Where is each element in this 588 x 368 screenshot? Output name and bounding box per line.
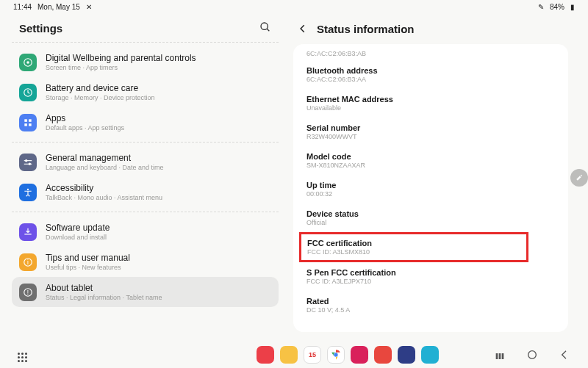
info-model-code[interactable]: Model codeSM-X810NZAAXAR (304, 146, 558, 175)
battery-icon: ▮ (570, 3, 575, 11)
svg-rect-22 (502, 353, 504, 359)
status-panel: Status information 6C:AC:C2:06:B3:AB Blu… (287, 12, 574, 336)
stylus-icon: ✎ (538, 3, 544, 11)
settings-item-title: Digital Wellbeing and parental controls (46, 53, 196, 63)
info-value: FCC ID: A3LSMX810 (307, 248, 520, 256)
info-s-pen-fcc-certification[interactable]: S Pen FCC certificationFCC ID: A3LEJPX71… (304, 262, 558, 291)
settings-item-sub: Useful tips · New features (46, 264, 130, 271)
info-value: FCC ID: A3LEJPX710 (306, 278, 555, 285)
info-key: Rated (306, 297, 555, 306)
app-chrome-icon[interactable] (327, 346, 345, 364)
info-device-status[interactable]: Device statusOfficial (304, 203, 558, 232)
info-key: Ethernet MAC address (306, 95, 555, 104)
settings-item-sub: Status · Legal information · Tablet name (46, 294, 162, 301)
app-8-icon[interactable] (421, 346, 439, 364)
settings-item-sub: Screen time · App timers (46, 64, 196, 71)
info-value: DC 10 V; 4.5 A (306, 306, 555, 314)
nav-back[interactable] (559, 349, 570, 361)
settings-item-title: Apps (46, 113, 124, 123)
svg-text:!: ! (27, 289, 29, 295)
svg-point-3 (26, 61, 29, 64)
settings-item-title: Accessibility (46, 183, 162, 193)
info-value: 6C:AC:C2:06:B3:AA (306, 76, 555, 83)
svg-rect-20 (496, 353, 498, 359)
info-up-time[interactable]: Up time00:00:32 (304, 175, 558, 203)
settings-panel: Settings Digital Wellbeing and parental … (7, 12, 283, 336)
app-files-icon[interactable] (280, 346, 298, 364)
svg-point-0 (261, 23, 268, 29)
clock: 11:44 (13, 3, 32, 11)
nav-recents[interactable] (494, 349, 506, 361)
settings-item-sub: Default apps · App settings (46, 124, 124, 131)
about-icon: ! (19, 284, 37, 301)
info-serial-number[interactable]: Serial numberR32W400WWVT (304, 118, 558, 146)
search-icon[interactable] (259, 21, 271, 35)
app-calendar-icon[interactable]: 15 (304, 346, 321, 364)
info-value: SM-X810NZAAXAR (306, 162, 555, 169)
info-value: R32W400WWVT (306, 133, 555, 140)
general-icon (19, 154, 37, 171)
svg-rect-21 (499, 353, 501, 359)
apps-icon (19, 114, 37, 131)
svg-point-23 (528, 351, 537, 359)
settings-item-battery[interactable]: Battery and device care Storage · Memory… (12, 77, 279, 107)
settings-item-sub: Download and install (46, 234, 110, 241)
edit-fab[interactable] (570, 169, 588, 187)
status-card: 6C:AC:C2:06:B3:AB Bluetooth address6C:AC… (293, 44, 568, 332)
date: Mon, May 15 (37, 3, 80, 11)
settings-item-sub: Storage · Memory · Device protection (46, 94, 155, 101)
info-rated[interactable]: RatedDC 10 V; 4.5 A (304, 291, 558, 320)
info-fcc-certification[interactable]: FCC certificationFCC ID: A3LSMX810 (299, 232, 528, 262)
info-key: Serial number (306, 123, 555, 132)
svg-rect-5 (24, 119, 27, 122)
settings-item-general[interactable]: General management Language and keyboard… (12, 147, 279, 177)
svg-rect-8 (29, 123, 32, 126)
info-key: FCC certification (307, 239, 520, 248)
nav-home[interactable] (526, 349, 538, 361)
info-key: Up time (306, 181, 555, 190)
settings-item-apps[interactable]: Apps Default apps · App settings (12, 107, 279, 137)
settings-item-title: Battery and device care (46, 83, 155, 93)
settings-item-title: About tablet (46, 283, 162, 293)
svg-line-1 (267, 29, 269, 31)
app-1-icon[interactable] (257, 346, 274, 364)
status-bar: 11:44 Mon, May 15 ✕ ✎ 84% ▮ (0, 0, 588, 12)
settings-item-tips[interactable]: i Tips and user manual Useful tips · New… (12, 247, 279, 277)
settings-item-title: Tips and user manual (46, 253, 130, 263)
tips-icon: i (19, 253, 37, 271)
svg-rect-7 (24, 123, 27, 126)
settings-item-title: General management (46, 153, 164, 163)
update-icon (19, 223, 37, 241)
info-key: Device status (306, 209, 555, 218)
app-5-icon[interactable] (351, 346, 368, 364)
battery-percentage: 84% (550, 3, 564, 11)
info-bluetooth-address[interactable]: Bluetooth address6C:AC:C2:06:B3:AA (304, 60, 558, 89)
info-value: 00:00:32 (306, 190, 555, 198)
info-key: S Pen FCC certification (306, 268, 555, 277)
airplane-icon: ✕ (86, 3, 92, 11)
battery-icon (19, 84, 37, 101)
svg-text:i: i (27, 259, 29, 265)
app-6-icon[interactable] (374, 346, 392, 364)
info-ethernet-mac-address[interactable]: Ethernet MAC addressUnavailable (304, 89, 558, 118)
back-icon[interactable] (298, 24, 308, 35)
settings-item-sub: TalkBack · Mono audio · Assistant menu (46, 194, 162, 201)
info-value: Unavailable (306, 104, 555, 112)
svg-point-19 (334, 353, 337, 356)
info-key: Bluetooth address (306, 66, 555, 75)
app-7-icon[interactable] (398, 346, 415, 364)
settings-title: Settings (19, 22, 62, 35)
page-title: Status information (317, 23, 415, 35)
settings-item-about[interactable]: ! About tablet Status · Legal informatio… (12, 277, 279, 307)
taskbar: 15 (0, 342, 588, 368)
wellbeing-icon (19, 54, 37, 71)
info-value: Official (306, 219, 555, 226)
settings-item-update[interactable]: Software update Download and install (12, 217, 279, 247)
settings-item-accessibility[interactable]: Accessibility TalkBack · Mono audio · As… (12, 177, 279, 207)
accessibility-icon (19, 184, 37, 201)
settings-item-title: Software update (46, 223, 110, 233)
prev-value-partial: 6C:AC:C2:06:B3:AB (304, 46, 558, 60)
svg-point-13 (27, 188, 29, 190)
settings-item-wellbeing[interactable]: Digital Wellbeing and parental controls … (12, 47, 279, 77)
svg-rect-6 (29, 119, 32, 122)
